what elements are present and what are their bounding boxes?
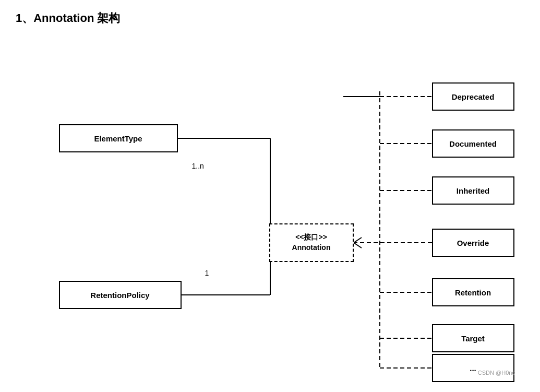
ellipsis-box: ...: [432, 354, 514, 382]
retention-box: Retention: [432, 278, 514, 306]
target-box: Target: [432, 324, 514, 352]
override-box: Override: [432, 229, 514, 257]
watermark: CSDN @H0ne: [478, 370, 515, 376]
page-title: 1、Annotation 架构: [16, 10, 524, 26]
multiplicity-top-label: 1..n: [192, 162, 204, 170]
documented-box: Documented: [432, 129, 514, 158]
retention-policy-box: RetentionPolicy: [59, 281, 182, 309]
diagram-area: ElementType RetentionPolicy <<接口>> Annot…: [20, 37, 521, 381]
page-container: 1、Annotation 架构: [0, 0, 540, 392]
multiplicity-bottom-label: 1: [205, 269, 209, 277]
deprecated-box: Deprecated: [432, 82, 514, 111]
element-type-box: ElementType: [59, 124, 178, 152]
inherited-box: Inherited: [432, 176, 514, 205]
annotation-box: <<接口>> Annotation: [269, 223, 354, 262]
